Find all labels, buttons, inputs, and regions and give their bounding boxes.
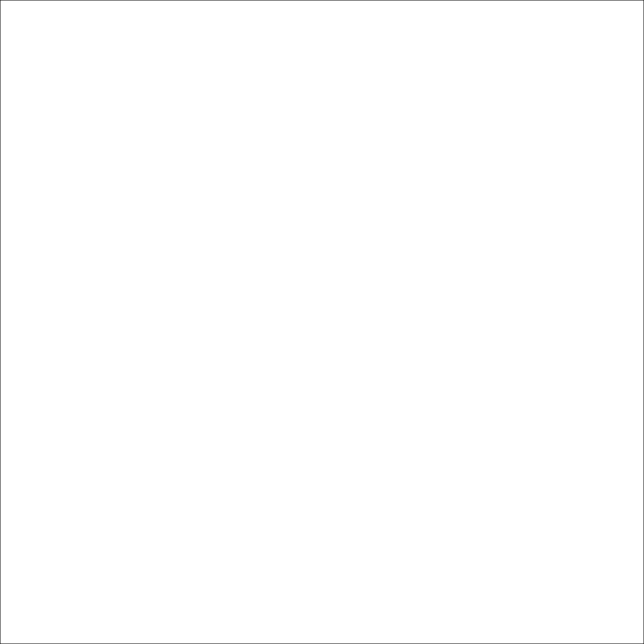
bottleneck-curve-chart [0, 0, 644, 644]
gradient-background [0, 0, 644, 644]
